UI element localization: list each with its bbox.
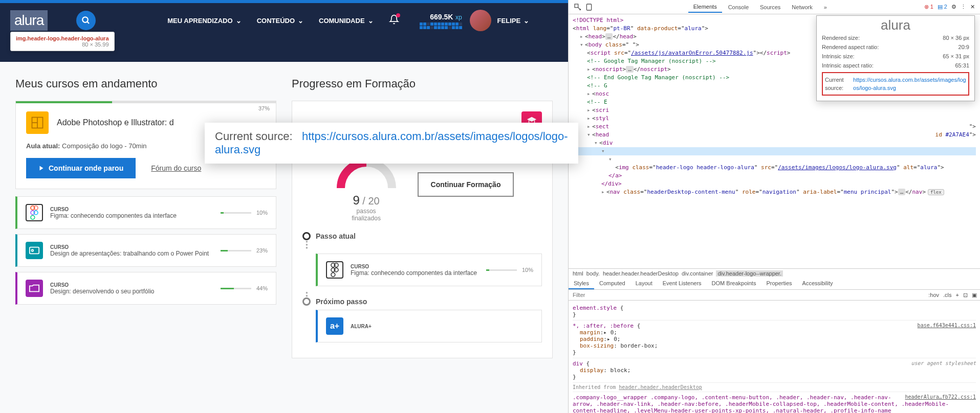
panel-icon[interactable]: ⊡ (963, 292, 968, 299)
dom-line-selected[interactable]: ▾ (573, 147, 976, 155)
devtools-panel: Elements Console Sources Network » ⊗ 1 ▤… (568, 0, 980, 413)
figma-icon (326, 261, 343, 279)
tooltip-selector: img.header-logo.header-logo-alura (16, 35, 109, 41)
tab-computed[interactable]: Computed (594, 278, 630, 289)
tab-more[interactable]: » (819, 2, 832, 12)
add-rule-button[interactable]: + (956, 292, 959, 298)
current-step-header: Passo atual (302, 232, 542, 240)
tooltip-logo-preview: alura (822, 21, 969, 29)
nav-meu-aprendizado[interactable]: MEU APRENDIZADO⌄ (167, 17, 241, 25)
chevron-down-icon: ⌄ (368, 17, 374, 25)
tab-elements[interactable]: Elements (688, 2, 722, 13)
xp-label: xp (455, 14, 462, 21)
dom-line[interactable]: ▾ (573, 155, 976, 164)
avatar[interactable] (470, 10, 491, 31)
nav-comunidade[interactable]: COMUNIDADE⌄ (319, 17, 374, 25)
progress-pct: 37% (258, 105, 270, 111)
course-list-item[interactable]: CURSODesign de apresentações: trabalhand… (15, 234, 276, 267)
tab-layout[interactable]: Layout (630, 278, 658, 289)
cls-toggle[interactable]: .cls (943, 292, 952, 298)
inspect-icon[interactable] (574, 3, 582, 11)
step-dot-icon (302, 297, 311, 306)
chevron-down-icon: ⌄ (298, 17, 303, 25)
aluraplus-icon: a+ (326, 317, 343, 335)
cursos-title: Meus cursos em andamento (15, 77, 276, 90)
hov-toggle[interactable]: :hov (928, 292, 939, 298)
element-inspect-tooltip: img.header-logo.header-logo-alura 80 × 3… (10, 32, 115, 51)
styles-pane[interactable]: element.style {} base.f643e441.css:1 *, … (569, 301, 980, 413)
logo[interactable]: alura (10, 10, 48, 31)
crumb-selected[interactable]: div.header-logo--wrapper. (716, 270, 783, 277)
step-item[interactable]: a+ ALURA+ (316, 310, 542, 342)
nav-conteudo[interactable]: CONTEÚDO⌄ (257, 17, 303, 25)
tab-event-listeners[interactable]: Event Listeners (658, 278, 707, 289)
panel-icon[interactable]: ▣ (972, 292, 977, 299)
svg-line-1 (88, 21, 90, 24)
crumb[interactable]: div.container (682, 270, 713, 277)
nav-menu: MEU APRENDIZADO⌄ CONTEÚDO⌄ COMUNIDADE⌄ (167, 17, 373, 25)
course-list-item[interactable]: CURSOFigma: conhecendo componentes da in… (15, 196, 276, 229)
device-icon[interactable] (585, 3, 593, 11)
svg-rect-18 (575, 4, 578, 8)
css-rule[interactable]: user agent stylesheet div { display: blo… (573, 358, 976, 383)
css-rule[interactable]: headerAlura…fb722.css:1 .company-logo__w… (573, 392, 976, 413)
forum-link[interactable]: Fórum do curso (151, 164, 201, 172)
tab-network[interactable]: Network (787, 2, 817, 12)
dom-line[interactable]: ▾<headid #2A7AE4"> (573, 131, 976, 139)
chevron-down-icon: ⌄ (524, 17, 529, 25)
dom-line[interactable]: ▸<sect"> (573, 123, 976, 131)
next-step-header: Próximo passo (302, 297, 542, 306)
dom-line[interactable]: <img class="header-logo header-logo-alur… (573, 164, 976, 172)
dom-line[interactable]: </a> (573, 172, 976, 180)
tab-sources[interactable]: Sources (755, 2, 786, 12)
xp-display: 669.5K xp (420, 12, 462, 29)
crumb[interactable]: body. (586, 270, 600, 277)
play-icon (38, 165, 45, 171)
xp-value: 669.5K (430, 13, 453, 21)
crumb[interactable]: html (573, 270, 583, 277)
dom-line[interactable]: ▸<styl (573, 114, 976, 123)
search-button[interactable] (76, 11, 96, 30)
close-icon[interactable]: ✕ (970, 4, 975, 10)
notifications-button[interactable] (389, 14, 399, 27)
tab-properties[interactable]: Properties (761, 278, 797, 289)
filter-input[interactable] (572, 291, 928, 299)
course-list-item[interactable]: CURSODesign: desenvolvendo o seu portfól… (15, 272, 276, 305)
chevron-down-icon: ⌄ (236, 17, 242, 25)
svg-point-17 (331, 272, 335, 277)
course-icon (26, 111, 49, 134)
css-rule[interactable]: base.f643e441.css:1 *, :after, :before {… (573, 320, 976, 358)
kebab-icon[interactable]: ⋮ (961, 4, 966, 10)
powerpoint-icon (26, 242, 43, 259)
svg-point-12 (32, 249, 34, 251)
dom-line[interactable]: </div> (573, 180, 976, 188)
tab-styles[interactable]: Styles (569, 278, 594, 289)
info-count[interactable]: ▤ 2 (938, 4, 947, 10)
course-title: Adobe Photoshop e Illustrator: d (57, 118, 174, 127)
dom-line[interactable]: ▾<div (573, 139, 976, 147)
css-rule[interactable]: element.style {} (573, 303, 976, 320)
tab-accessibility[interactable]: Accessibility (797, 278, 838, 289)
step-item[interactable]: CURSOFigma: conhecendo componentes da in… (316, 254, 542, 286)
continue-button[interactable]: Continuar onde parou (26, 158, 136, 178)
tab-console[interactable]: Console (723, 2, 754, 12)
folder-icon (26, 280, 43, 297)
tab-dom-breakpoints[interactable]: DOM Breakpoints (707, 278, 761, 289)
dom-line[interactable]: ▸<nav class="headerDesktop-content-menu"… (573, 188, 976, 196)
logo-text: alura (14, 12, 43, 28)
tooltip-source: Current source:https://cursos.alura.com.… (822, 72, 969, 96)
dom-line[interactable]: ▸<scri (573, 106, 976, 114)
svg-rect-19 (586, 4, 591, 10)
crumb[interactable]: header.header.headerDesktop (603, 270, 679, 277)
dom-tree[interactable]: <!DOCTYPE html> <html lang="pt-BR" data-… (569, 14, 980, 268)
formacao-column: Progresso em Formação (292, 77, 553, 365)
styles-tabs: Styles Computed Layout Event Listeners D… (569, 278, 980, 290)
gear-icon[interactable]: ⚙ (951, 4, 956, 10)
figma-icon (26, 204, 43, 221)
continue-formation-button[interactable]: Continuar Formação (418, 172, 514, 197)
alura-app: alura MEU APRENDIZADO⌄ CONTEÚDO⌄ COMUNID… (0, 0, 568, 413)
error-count[interactable]: ⊗ 1 (924, 4, 933, 10)
user-menu[interactable]: FELIPE⌄ (497, 17, 530, 25)
overlay-label: Current source: (215, 130, 293, 143)
svg-marker-5 (40, 166, 43, 171)
